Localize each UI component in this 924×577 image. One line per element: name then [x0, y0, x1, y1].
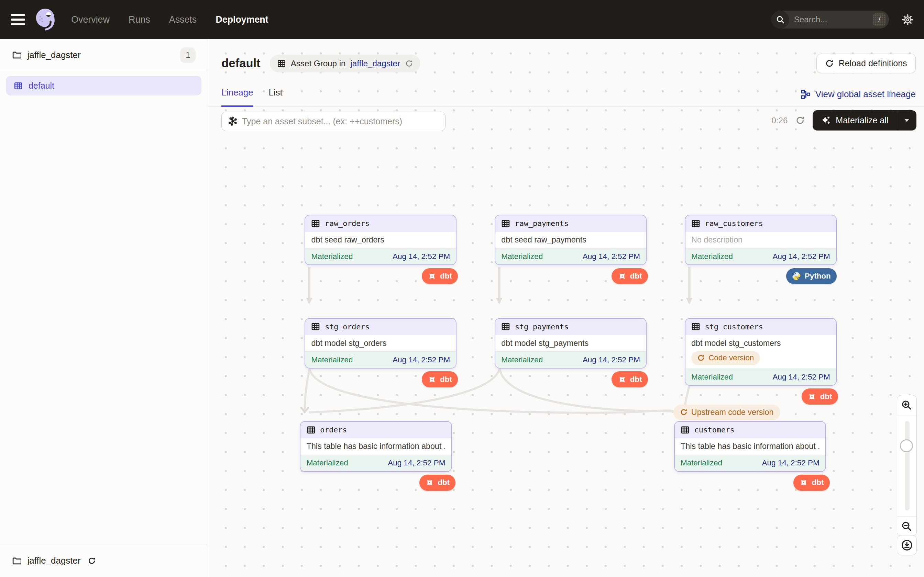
materialized-timestamp[interactable]: Aug 14, 2:52 PM: [762, 459, 819, 467]
graph-toolbar: 0:26 M: [771, 110, 916, 131]
code-version-chip[interactable]: Code version: [691, 351, 760, 365]
main-panel: default Asset Group in jaffle_dagster: [208, 39, 924, 577]
refresh-icon[interactable]: [405, 60, 413, 68]
table-grid-icon: [681, 425, 690, 434]
table-grid-icon: [311, 219, 320, 228]
upstream-code-version-chip[interactable]: Upstream code version: [674, 405, 780, 420]
download-graph-button[interactable]: [897, 535, 917, 555]
asset-node-header: orders: [300, 422, 451, 438]
reload-repo-icon[interactable]: [88, 557, 96, 565]
materialize-all-split-button: Materialize all: [813, 110, 916, 131]
table-grid-icon: [14, 81, 23, 90]
asset-node-header: raw_customers: [685, 215, 836, 232]
asset-description: dbt model stg_customers: [691, 338, 830, 348]
asset-subset-filter[interactable]: [221, 111, 445, 131]
page-header: default Asset Group in jaffle_dagster: [208, 39, 924, 81]
dbt-kind-badge: dbt: [612, 371, 648, 387]
asset-name: raw_customers: [705, 219, 763, 228]
status-badge: Materialized: [501, 252, 543, 261]
materialized-timestamp[interactable]: Aug 14, 2:52 PM: [388, 459, 445, 467]
tab-lineage[interactable]: Lineage: [221, 88, 253, 107]
dagster-app: Overview Runs Assets Deployment Search..…: [0, 0, 924, 577]
table-grid-icon: [501, 219, 510, 228]
asset-node-stg-customers[interactable]: stg_customers dbt model stg_customers Co…: [685, 318, 837, 386]
asset-name: customers: [695, 425, 735, 434]
kind-label: dbt: [438, 478, 450, 487]
dbt-logo-icon: [428, 375, 436, 384]
table-grid-icon: [277, 59, 286, 68]
chevron-down-icon: [905, 119, 909, 122]
kind-label: dbt: [630, 375, 642, 384]
materialized-timestamp[interactable]: Aug 14, 2:52 PM: [773, 252, 830, 261]
asset-node-raw-customers[interactable]: raw_customers No description Materialize…: [685, 214, 837, 265]
kind-label: dbt: [440, 272, 452, 280]
folder-icon: [12, 50, 22, 60]
table-grid-icon: [311, 322, 320, 331]
materialized-timestamp[interactable]: Aug 14, 2:52 PM: [583, 356, 640, 364]
lineage-graph-icon: [801, 90, 811, 99]
dbt-logo-icon: [808, 392, 816, 401]
asset-name: stg_orders: [325, 322, 370, 331]
asset-node-header: raw_payments: [495, 215, 646, 232]
materialize-all-button[interactable]: Materialize all: [813, 110, 897, 131]
materialized-timestamp[interactable]: Aug 14, 2:52 PM: [393, 356, 450, 364]
sidebar-repo-jaffle-dagster[interactable]: jaffle_dagster 1: [0, 39, 208, 71]
python-logo-icon: [792, 272, 801, 280]
asset-description: This table has basic information about .…: [307, 442, 446, 451]
materialized-timestamp[interactable]: Aug 14, 2:52 PM: [773, 372, 830, 382]
slash-shortcut-key: /: [873, 13, 886, 26]
sparkle-icon: [821, 115, 831, 125]
zoom-slider[interactable]: [897, 415, 917, 517]
asset-node-header: stg_orders: [305, 319, 456, 335]
asset-description: dbt model stg_payments: [501, 338, 640, 348]
nav-deployment[interactable]: Deployment: [215, 15, 268, 25]
code-version-changed-icon: [697, 354, 705, 362]
status-badge: Materialized: [691, 372, 733, 382]
nav-assets[interactable]: Assets: [169, 15, 197, 25]
sidebar-footer-repo[interactable]: jaffle_dagster: [0, 544, 208, 577]
menu-icon[interactable]: [11, 14, 25, 26]
table-grid-icon: [691, 322, 700, 331]
asset-subset-input[interactable]: [242, 116, 439, 126]
search-placeholder: Search...: [794, 15, 873, 24]
zoom-slider-thumb[interactable]: [900, 439, 913, 452]
search-input[interactable]: Search... /: [771, 11, 889, 29]
tab-list[interactable]: List: [268, 88, 282, 107]
asset-node-raw-payments[interactable]: raw_payments dbt seed raw_payments Mater…: [495, 214, 646, 265]
kind-label: dbt: [440, 375, 452, 384]
kind-label: dbt: [820, 392, 832, 401]
asset-description: dbt seed raw_orders: [311, 235, 450, 245]
repo-link[interactable]: jaffle_dagster: [350, 59, 400, 68]
zoom-out-button[interactable]: [897, 516, 917, 537]
asset-node-orders[interactable]: orders This table has basic information …: [300, 421, 452, 472]
materialized-timestamp[interactable]: Aug 14, 2:52 PM: [393, 252, 450, 261]
reload-definitions-button[interactable]: Reload definitions: [816, 53, 916, 73]
asset-description: dbt seed raw_payments: [501, 235, 640, 245]
lineage-graph-canvas[interactable]: 0:26 M: [208, 107, 924, 577]
sidebar-item-default-group[interactable]: default: [6, 76, 202, 95]
asset-node-stg-orders[interactable]: stg_orders dbt model stg_orders Material…: [305, 318, 457, 369]
asset-node-raw-orders[interactable]: raw_orders dbt seed raw_orders Materiali…: [305, 214, 457, 265]
dbt-logo-icon: [425, 478, 434, 487]
materialize-all-label: Materialize all: [836, 115, 888, 125]
view-global-asset-lineage-link[interactable]: View global asset lineage: [801, 89, 915, 106]
footer-repo-name: jaffle_dagster: [27, 556, 81, 566]
view-global-asset-lineage-label: View global asset lineage: [816, 89, 916, 99]
settings-gear-icon[interactable]: [902, 14, 913, 26]
dbt-kind-badge: dbt: [612, 268, 648, 284]
refresh-timer: 0:26: [771, 116, 788, 125]
nav-overview[interactable]: Overview: [71, 15, 110, 25]
asset-node-stg-payments[interactable]: stg_payments dbt model stg_payments Mate…: [495, 318, 646, 369]
asset-node-customers[interactable]: customers This table has basic informati…: [674, 421, 826, 472]
materialize-options-dropdown[interactable]: [897, 110, 916, 131]
materialized-timestamp[interactable]: Aug 14, 2:52 PM: [583, 252, 640, 261]
nav-runs[interactable]: Runs: [129, 15, 150, 25]
zoom-in-button[interactable]: [897, 395, 917, 415]
search-icon: [771, 11, 789, 29]
top-nav: Overview Runs Assets Deployment Search..…: [0, 0, 924, 39]
asset-name: orders: [320, 425, 347, 434]
zoom-controls: [897, 395, 917, 536]
status-badge: Materialized: [311, 252, 353, 261]
refresh-icon[interactable]: [795, 116, 805, 125]
dagster-logo-icon[interactable]: [33, 7, 58, 32]
